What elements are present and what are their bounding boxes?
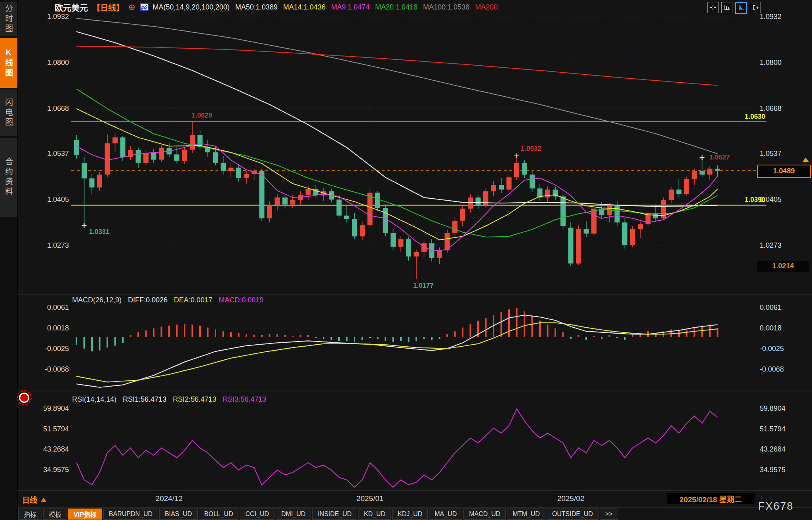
period-selector-label: 日线 bbox=[22, 494, 37, 505]
axis-chart-icon[interactable] bbox=[721, 2, 732, 13]
indicator-tab-10[interactable]: KD_UD bbox=[358, 509, 391, 520]
indicator-tab-4[interactable]: BARUPDN_UD bbox=[103, 509, 158, 520]
indicator-tab-5[interactable]: BIAS_UD bbox=[159, 509, 197, 520]
period-tag: 【日线】 bbox=[92, 2, 124, 13]
indicator-tab-8[interactable]: DMI_UD bbox=[276, 509, 311, 520]
ma-legend-item-2: MA50:1.0389 bbox=[235, 3, 278, 11]
period-selector[interactable]: 日线 bbox=[22, 494, 47, 505]
symbol-title: 欧元美元 bbox=[55, 1, 88, 13]
ma-legend-item-5: MA20:1.0418 bbox=[375, 3, 417, 11]
indicator-alert-icon[interactable] bbox=[19, 393, 29, 403]
indicator-tab-7[interactable]: CCI_UD bbox=[240, 509, 274, 520]
indicator-tab-13[interactable]: MACD_UD bbox=[463, 509, 506, 520]
circle-plus-icon[interactable]: ⊕ bbox=[128, 3, 135, 11]
ma-legend: MA(50,14,9,20,100,200)MA50:1.0389MA14:1.… bbox=[153, 3, 500, 11]
brand-watermark: FX678 bbox=[758, 500, 794, 512]
ma-legend-item-7: MA200: bbox=[475, 3, 499, 11]
indicator-tab-2[interactable]: 模板 bbox=[43, 509, 67, 520]
indicator-settings-icon[interactable] bbox=[140, 3, 149, 11]
cursor-date-label: 2025/02/18 星期二 bbox=[667, 493, 755, 504]
chart-canvas[interactable] bbox=[0, 0, 812, 520]
ma-legend-item-3: MA14:1.0436 bbox=[283, 3, 326, 11]
more-tabs-button[interactable]: >> bbox=[600, 509, 618, 520]
indicator-tab-bar: 指标模板VIP指标BARUPDN_UDBIAS_UDBOLL_UDCCI_UDD… bbox=[18, 509, 618, 520]
ma-legend-item-4: MA9:1.0474 bbox=[331, 3, 370, 11]
indicator-tab-12[interactable]: MA_UD bbox=[429, 509, 462, 520]
indicator-tab-14[interactable]: MTM_UD bbox=[507, 509, 545, 520]
indicator-tab-11[interactable]: KDJ_UD bbox=[392, 509, 428, 520]
indicator-tab-15[interactable]: OUTSIDE_UD bbox=[547, 509, 599, 520]
axis-chart-active-icon[interactable] bbox=[735, 2, 747, 14]
indicator-tab-3[interactable]: VIP指标 bbox=[68, 509, 102, 520]
chart-header: 欧元美元 【日线】 ⊕ MA(50,14,9,20,100,200)MA50:1… bbox=[55, 1, 499, 13]
chart-application: 分时图K线图闪电图合约资料 欧元美元 【日线】 ⊕ MA(50,14,9,20,… bbox=[0, 0, 812, 520]
indicator-tab-9[interactable]: INSIDE_UD bbox=[312, 509, 357, 520]
indicator-tab-6[interactable]: BOLL_UD bbox=[199, 509, 239, 520]
indicator-tab-1[interactable]: 指标 bbox=[18, 509, 42, 520]
period-up-triangle-icon bbox=[40, 497, 47, 502]
split-layout-icon[interactable] bbox=[707, 2, 719, 13]
header-toolbar bbox=[707, 2, 761, 14]
ma-legend-item-1: MA(50,14,9,20,100,200) bbox=[153, 3, 230, 11]
ma-legend-item-6: MA100:1.0538 bbox=[423, 3, 469, 11]
export-chart-icon[interactable] bbox=[750, 2, 761, 13]
